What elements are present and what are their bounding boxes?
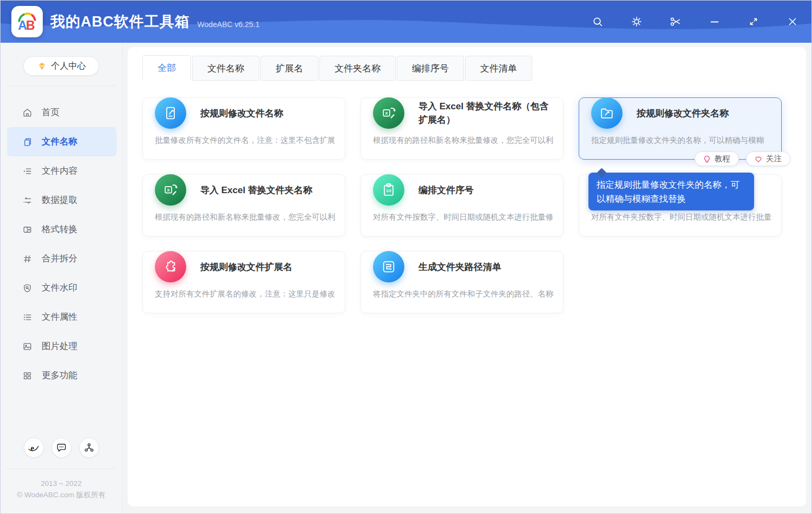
svg-text:1/2: 1/2 [386,189,391,193]
card-title: 按规则修改文件扩展名 [200,261,296,274]
watermark-icon [22,283,32,293]
card-rename-files[interactable]: 按规则修改文件名称 批量修改所有文件的文件名，注意：这里不包含扩展 [142,97,345,160]
sidebar-item-label: 合并拆分 [42,253,77,265]
data-extract-icon [22,195,32,206]
sidebar-item-label: 文件名称 [42,136,77,148]
sidebar-footer: e 2013 ~ 2022 © WodeABC.com 版权所有 [1,438,122,514]
app-logo: A B [11,6,43,37]
sidebar-item-label: 首页 [42,107,60,118]
card-description: 支持对所有文件扩展名的修改，注意：这里只是修改 [155,289,340,299]
settings-gear-icon[interactable] [631,16,643,28]
svg-text:X: X [385,111,388,116]
app-logo-icon: A B [15,9,40,34]
merge-split-icon [22,254,32,264]
more-grid-icon [22,371,32,381]
home-icon [22,108,32,118]
sidebar-item-file-name[interactable]: 文件名称 [7,127,116,156]
sidebar-item-file-attributes[interactable]: 文件属性 [7,302,116,332]
sidebar-item-merge-split[interactable]: 合并拆分 [7,244,116,273]
tab-all[interactable]: 全部 [142,55,191,81]
card-title: 编排文件序号 [418,184,477,197]
heart-icon [755,155,762,163]
sidebar-item-image-process[interactable]: 图片处理 [7,332,116,361]
share-button[interactable] [79,438,99,458]
file-content-icon [22,166,32,176]
sidebar: 个人中心 首页 文件名称 文件内容 数据提取 [1,43,122,514]
tab-folder-name[interactable]: 文件夹名称 [319,56,396,81]
card-title: 按规则修改文件夹名称 [637,107,732,121]
card-description: 对所有文件夹按数字、时间日期或随机文本进行批量 [591,212,777,222]
card-excel-rename-folders[interactable]: X 导入 Excel 替换文件夹名称 根据现有的路径和新名称来批量修改，您完全可… [142,174,345,236]
sidebar-item-format-convert[interactable]: 格式转换 [7,215,116,244]
follow-label: 关注 [766,154,782,164]
sidebar-item-more[interactable]: 更多功能 [7,361,116,390]
category-tabs: 全部 文件名称 扩展名 文件夹名称 编排序号 文件清单 [142,55,806,81]
sidebar-item-home[interactable]: 首页 [7,98,116,127]
sidebar-item-label: 文件属性 [42,311,77,323]
app-version: WodeABC v6.25.1 [198,20,260,29]
sidebar-divider [6,85,115,86]
format-convert-icon [22,225,32,235]
tab-extension[interactable]: 扩展名 [260,56,318,81]
title-bar: A B 我的ABC软件工具箱 WodeABC v6.25.1 [1,1,812,43]
sidebar-item-data-extract[interactable]: 数据提取 [7,186,116,215]
edit-document-icon [155,97,186,129]
tutorial-button[interactable]: 教程 [695,151,739,166]
card-title: 按规则修改文件名称 [200,107,286,121]
main-panel: 全部 文件名称 扩展名 文件夹名称 编排序号 文件清单 按规则修改文件名称 批量… [128,47,806,506]
sidebar-menu: 首页 文件名称 文件内容 数据提取 格式转换 [1,93,122,390]
route-list-icon [373,251,404,282]
card-description: 批量修改所有文件的文件名，注意：这里不包含扩展 [155,135,340,146]
card-description: 指定规则批量修改文件夹的名称，可以精确与模糊 [591,135,777,146]
card-title: 导入 Excel 替换文件夹名称 [200,184,316,197]
vip-diamond-icon [37,61,47,71]
sidebar-item-watermark[interactable]: 文件水印 [7,273,116,302]
chat-button[interactable] [51,438,71,458]
card-description: 对所有文件按数字、时间日期或随机文本进行批量修 [373,212,559,222]
sidebar-item-label: 文件水印 [42,282,77,294]
close-icon[interactable] [787,16,798,28]
tab-file-list[interactable]: 文件清单 [465,56,532,81]
excel-replace-icon: X [373,97,404,129]
card-folder-path-list[interactable]: 生成文件夹路径清单 将指定文件夹中的所有文件和子文件夹的路径、名称 [361,251,564,313]
card-rename-folders[interactable]: 按规则修改文件夹名称 指定规则批量修改文件夹的名称，可以精确与模糊 教程 关注 [579,97,782,160]
copyright-text: © WodeABC.com 版权所有 [1,489,122,500]
card-description: 根据现有的路径和新名称来批量修改，您完全可以利 [373,135,559,146]
tutorial-label: 教程 [715,154,730,164]
copyright-years: 2013 ~ 2022 [1,478,122,489]
share-network-icon [83,442,95,453]
profile-center-label: 个人中心 [51,61,86,72]
card-description: 将指定文件夹中的所有文件和子文件夹的路径、名称 [373,289,559,299]
image-process-icon [22,341,32,352]
ie-browser-button[interactable]: e [24,438,44,458]
folder-edit-icon [591,97,623,129]
card-excel-rename-files[interactable]: X 导入 Excel 替换文件名称（包含扩展名） 根据现有的路径和新名称来批量修… [361,97,564,160]
follow-button[interactable]: 关注 [746,151,790,166]
card-description: 根据现有的路径和新名称来批量修改，您完全可以利 [155,212,340,222]
file-name-icon [22,137,32,147]
puzzle-edit-icon [155,251,186,282]
scissors-icon[interactable] [670,16,682,28]
footer-divider [6,469,115,469]
sidebar-item-label: 图片处理 [42,340,77,352]
file-attributes-icon [22,312,32,322]
search-icon[interactable] [592,16,604,28]
svg-text:B: B [26,18,35,32]
sidebar-item-file-content[interactable]: 文件内容 [7,156,116,186]
card-number-files[interactable]: 1/2 编排文件序号 对所有文件按数字、时间日期或随机文本进行批量修 [361,174,564,236]
chat-bubble-icon [56,442,67,453]
resize-icon[interactable] [748,16,759,28]
tab-file-name[interactable]: 文件名称 [192,56,259,81]
excel-replace-icon: X [155,174,186,206]
card-rename-extensions[interactable]: 按规则修改文件扩展名 支持对所有文件扩展名的修改，注意：这里只是修改 [142,251,345,313]
card-title: 生成文件夹路径清单 [418,261,505,274]
svg-text:X: X [167,188,170,193]
profile-center-button[interactable]: 个人中心 [23,56,99,76]
sidebar-item-label: 数据提取 [42,194,77,206]
minimize-icon[interactable] [709,16,721,28]
sidebar-item-label: 更多功能 [42,370,77,381]
tooltip: 指定规则批量修改文件夹的名称，可以精确与模糊查找替换 [588,173,754,210]
app-title: 我的ABC软件工具箱 [50,12,190,31]
tab-sequence[interactable]: 编排序号 [397,56,464,81]
tooltip-text: 指定规则批量修改文件夹的名称，可以精确与模糊查找替换 [597,180,739,203]
